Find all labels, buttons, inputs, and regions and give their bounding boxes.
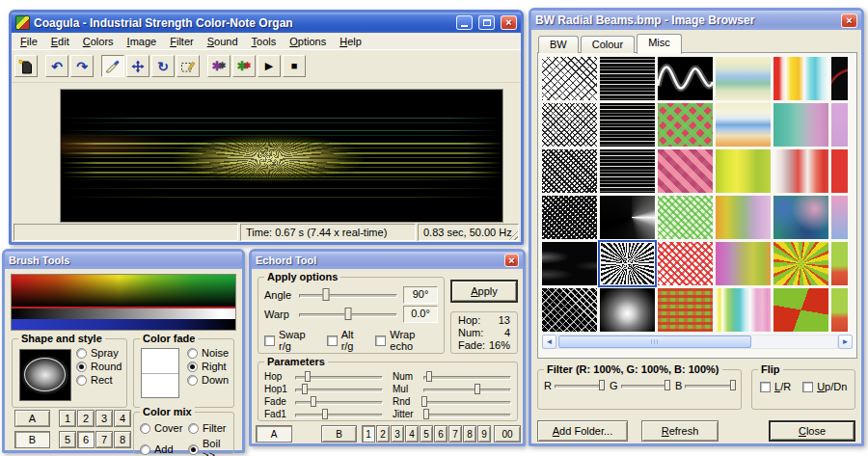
tab-colour[interactable]: Colour	[581, 36, 635, 53]
shape-option-spray[interactable]: Spray	[76, 347, 122, 359]
thumbnail-teal-pink[interactable]	[773, 103, 828, 147]
echord-titlebar[interactable]: Echord Tool ×	[252, 252, 523, 269]
thumbnail-radial-glow[interactable]	[600, 288, 655, 332]
echord-preset-1[interactable]: 1	[362, 425, 375, 443]
slider-thumb[interactable]	[665, 380, 670, 390]
menu-tools[interactable]: Tools	[245, 35, 284, 48]
menu-options[interactable]: Options	[283, 35, 333, 48]
tab-bw[interactable]: BW	[538, 36, 579, 53]
brush-preset-4[interactable]: 4	[114, 410, 131, 427]
mul-slider[interactable]	[423, 384, 511, 395]
color-gradient-picker[interactable]	[11, 274, 236, 331]
rnd-slider[interactable]	[423, 396, 511, 408]
menu-filter[interactable]: Filter	[163, 35, 201, 48]
num-slider[interactable]	[423, 371, 511, 383]
menu-sound[interactable]: Sound	[201, 35, 245, 48]
slider-thumb[interactable]	[421, 396, 427, 407]
hop1-slider[interactable]	[295, 384, 383, 395]
minimize-button[interactable]	[456, 15, 473, 30]
maximize-button[interactable]	[478, 15, 495, 30]
thumbnail-edge-green[interactable]	[831, 288, 848, 332]
move-button[interactable]	[126, 55, 149, 77]
b-slider[interactable]	[685, 380, 735, 391]
shape-option-round[interactable]: Round	[76, 361, 122, 372]
g-slider[interactable]	[621, 380, 669, 391]
grayscale-gradient[interactable]	[12, 308, 235, 319]
brush-preset-6[interactable]: 6	[77, 431, 95, 448]
stop-button[interactable]: ■	[283, 55, 306, 77]
slider-thumb[interactable]	[730, 380, 736, 390]
thumbnail-red-noise[interactable]	[658, 242, 713, 285]
brush-button[interactable]	[101, 55, 124, 77]
angle-slider[interactable]	[299, 287, 397, 303]
thumbnail-sine-wave[interactable]	[658, 57, 713, 100]
slider-thumb[interactable]	[599, 380, 605, 390]
scroll-right-button[interactable]: ►	[838, 335, 853, 349]
fade-option-noise[interactable]: Noise	[187, 347, 229, 359]
thumbnail-edge-pink[interactable]	[831, 196, 848, 239]
echord-preset-2[interactable]: 2	[376, 425, 390, 443]
add-folder-button[interactable]: Add Folder...	[537, 420, 628, 442]
thumbnail-stripe-colors[interactable]	[716, 288, 771, 332]
echord-preset-5[interactable]: 5	[420, 425, 433, 443]
redo-button[interactable]: ↷	[70, 55, 94, 77]
warp-slider[interactable]	[299, 307, 397, 322]
thumbnail-orange-purple[interactable]	[716, 196, 771, 239]
slider-thumb[interactable]	[322, 288, 329, 301]
thumbnail-edge-green[interactable]	[831, 242, 848, 285]
thumbnail-dark-swirl[interactable]	[542, 242, 597, 285]
refresh-button[interactable]: Refresh	[641, 420, 719, 442]
slider-thumb[interactable]	[426, 371, 432, 382]
mix-option-add[interactable]: Add	[140, 438, 188, 456]
mix-option-filter[interactable]: Filter	[188, 422, 234, 434]
thumbnail-noise-med[interactable]	[542, 149, 597, 193]
undo-button[interactable]: ↶	[45, 55, 68, 77]
thumbnail-pastel-bands-blue[interactable]	[716, 103, 771, 147]
spectrogram-canvas[interactable]	[60, 89, 503, 223]
coagula-titlebar[interactable]: Coagula - Industrial Strength Color-Note…	[12, 13, 521, 33]
echo-checkbox-wrap-echo[interactable]: Wrap echo	[375, 329, 438, 352]
thumbnail-red-green-swirl[interactable]	[773, 288, 828, 332]
close-button[interactable]: ×	[501, 15, 517, 30]
flip-checkbox-l-r[interactable]: L/R	[760, 381, 791, 392]
thumbnail-white-red[interactable]	[773, 149, 828, 193]
echo-checkbox-swap-r-g[interactable]: Swap r/g	[264, 329, 318, 352]
thumbnail-radial-beams[interactable]	[600, 242, 655, 285]
render-gears-go-button[interactable]: ✱✱	[232, 55, 256, 77]
thumbnail-noise-sparse[interactable]	[542, 57, 597, 100]
close-button[interactable]: ×	[504, 254, 519, 267]
slider-thumb[interactable]	[423, 409, 429, 419]
red-green-gradient[interactable]	[12, 275, 235, 307]
echord-preset-a[interactable]: A	[256, 425, 292, 443]
thumbnail-magenta-green[interactable]	[716, 242, 771, 285]
fad1-slider[interactable]	[295, 409, 383, 420]
thumbnail-diamonds-red[interactable]	[658, 149, 713, 193]
menu-file[interactable]: File	[14, 35, 44, 48]
render-gears-button[interactable]: ✱✱	[207, 55, 231, 77]
scrollbar-track[interactable]	[556, 335, 838, 349]
mix-option-cover[interactable]: Cover	[140, 422, 188, 434]
blue-gradient[interactable]	[12, 319, 235, 330]
thumbnail-color-bars[interactable]	[773, 57, 828, 100]
brush-preset-5[interactable]: 5	[59, 431, 76, 448]
play-button[interactable]: ▶	[258, 55, 281, 77]
close-button[interactable]: ×	[841, 13, 857, 28]
fade-option-down[interactable]: Down	[187, 374, 229, 386]
thumbnail-stripes-h[interactable]	[600, 57, 655, 100]
slider-thumb[interactable]	[475, 384, 480, 394]
menu-edit[interactable]: Edit	[44, 35, 76, 48]
echord-preset-b[interactable]: B	[321, 425, 357, 443]
slider-thumb[interactable]	[311, 396, 316, 407]
new-image-button[interactable]	[14, 55, 38, 77]
echord-preset-8[interactable]: 8	[463, 425, 476, 443]
scroll-left-button[interactable]: ◄	[542, 335, 556, 349]
thumbnail-edge-red[interactable]	[831, 149, 848, 193]
brush-preset-b[interactable]: B	[14, 431, 50, 448]
r-slider[interactable]	[555, 380, 604, 391]
brush-preset-1[interactable]: 1	[59, 410, 76, 427]
thumbnail-green-noise[interactable]	[658, 196, 713, 239]
thumbnail-blue-green-pink[interactable]	[773, 196, 828, 239]
thumbnail-noise-light[interactable]	[542, 103, 597, 147]
echo-checkbox-alt-r-g[interactable]: Alt r/g	[327, 329, 367, 352]
slider-thumb[interactable]	[302, 384, 308, 394]
